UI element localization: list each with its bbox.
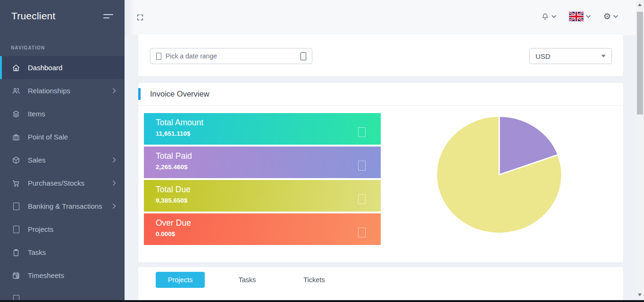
sidebar-item-timesheets[interactable]: Timesheets bbox=[0, 264, 125, 287]
chevron-right-icon bbox=[113, 157, 116, 163]
chevron-right-icon bbox=[113, 204, 116, 209]
clipboard-icon bbox=[11, 248, 21, 257]
sidebar-item-label: Sales bbox=[28, 156, 46, 164]
main-content: ⚙ Pick a date range USD Invoice Overview… bbox=[125, 0, 636, 300]
sidebar-item-tasks[interactable]: Tasks bbox=[0, 241, 125, 264]
sidebar-item-banking-transactions[interactable]: Banking & Transactions bbox=[0, 195, 125, 218]
chevron-down-icon bbox=[613, 15, 618, 18]
calendar-placeholder-icon bbox=[156, 53, 161, 60]
stat-card-total-due: Total Due 9,385.650$ bbox=[144, 180, 381, 212]
briefcase-icon bbox=[11, 133, 21, 141]
sidebar-item-label: Purchases/Stocks bbox=[28, 179, 84, 187]
stat-card-label: Over Due bbox=[144, 213, 381, 228]
sidebar-item-label: Dashboard bbox=[28, 64, 62, 72]
scrollbar-thumb[interactable] bbox=[637, 12, 643, 114]
placeholder-box-icon bbox=[11, 295, 21, 301]
sidebar-item-items[interactable]: Items bbox=[0, 102, 125, 125]
stat-card-value: 0.000$ bbox=[144, 228, 381, 237]
placeholder-box-icon bbox=[11, 226, 21, 233]
bottom-edge bbox=[0, 300, 644, 302]
stat-card-total-paid: Total Paid 2,265.460$ bbox=[144, 147, 381, 178]
scroll-up-icon[interactable] bbox=[638, 3, 642, 6]
calendar-clock-icon bbox=[11, 271, 21, 280]
calendar-placeholder-icon bbox=[301, 52, 306, 60]
stat-card-value: 11,651.110$ bbox=[144, 128, 381, 137]
cart-icon bbox=[11, 179, 21, 188]
sidebar-item-label: Timesheets bbox=[28, 271, 64, 279]
placeholder-box-icon bbox=[358, 161, 366, 171]
placeholder-box-icon bbox=[358, 127, 366, 137]
chevron-down-icon bbox=[586, 15, 591, 18]
filters-panel: Pick a date range USD bbox=[138, 34, 623, 76]
placeholder-box-icon bbox=[11, 203, 21, 210]
home-icon bbox=[11, 64, 21, 72]
sidebar-item-label: Tasks bbox=[28, 248, 46, 256]
section-accent-bar bbox=[138, 88, 141, 100]
invoice-stat-cards: Total Amount 11,651.110$ Total Paid 2,26… bbox=[144, 113, 381, 245]
sidebar-item-relationships[interactable]: Relationships bbox=[0, 79, 125, 102]
stat-card-label: Total Paid bbox=[144, 147, 381, 161]
brand-logo: Trueclient bbox=[11, 10, 55, 22]
sidebar-item-label: Relationships bbox=[28, 87, 70, 95]
stat-card-total-amount: Total Amount 11,651.110$ bbox=[144, 113, 381, 145]
placeholder-box-icon bbox=[358, 228, 366, 237]
invoice-pie-chart bbox=[435, 114, 564, 235]
stat-card-value: 2,265.460$ bbox=[144, 161, 381, 171]
chevron-right-icon bbox=[113, 180, 116, 186]
date-range-input[interactable]: Pick a date range bbox=[150, 48, 312, 64]
sidebar-item-label: Banking & Transactions bbox=[28, 202, 102, 210]
cube-icon bbox=[11, 156, 21, 164]
tabs-panel: Projects Tasks Tickets bbox=[138, 267, 623, 300]
stat-card-label: Total Amount bbox=[144, 113, 381, 128]
notifications-bell-icon[interactable] bbox=[541, 12, 556, 21]
settings-gear-icon[interactable]: ⚙ bbox=[603, 12, 618, 21]
chevron-down-icon bbox=[552, 15, 556, 18]
scroll-down-icon[interactable] bbox=[638, 294, 642, 296]
stat-card-value: 9,385.650$ bbox=[144, 195, 381, 204]
sidebar-item-label: Projects bbox=[28, 225, 53, 233]
sidebar-item-sales[interactable]: Sales bbox=[0, 148, 125, 171]
sidebar-item-projects[interactable]: Projects bbox=[0, 218, 125, 241]
topbar: ⚙ bbox=[125, 0, 636, 35]
stat-card-label: Total Due bbox=[144, 180, 381, 195]
sidebar: Trueclient NAVIGATION Dashboard Relation… bbox=[0, 0, 125, 300]
navigation-section-label: NAVIGATION bbox=[11, 45, 125, 50]
sidebar-item-label: Point of Sale bbox=[28, 133, 68, 141]
section-title: Invoice Overview bbox=[150, 90, 209, 98]
tab-tasks[interactable]: Tasks bbox=[223, 272, 272, 288]
currency-select[interactable]: USD bbox=[529, 48, 612, 64]
date-range-placeholder: Pick a date range bbox=[166, 52, 217, 60]
currency-selected-value: USD bbox=[535, 52, 551, 60]
sidebar-item-point-of-sale[interactable]: Point of Sale bbox=[0, 125, 125, 148]
tab-tickets[interactable]: Tickets bbox=[290, 272, 339, 288]
language-flag-uk-icon[interactable] bbox=[569, 12, 591, 21]
sidebar-item-label: Items bbox=[28, 110, 45, 118]
stat-card-over-due: Over Due 0.000$ bbox=[144, 213, 381, 245]
sidebar-item-purchases-stocks[interactable]: Purchases/Stocks bbox=[0, 171, 125, 195]
layers-icon bbox=[11, 110, 21, 118]
sidebar-item-dashboard[interactable]: Dashboard bbox=[0, 56, 125, 79]
sidebar-collapse-icon[interactable] bbox=[103, 12, 113, 20]
tab-projects[interactable]: Projects bbox=[156, 272, 205, 288]
caret-down-icon bbox=[601, 55, 606, 57]
fullscreen-icon[interactable] bbox=[136, 14, 144, 21]
chevron-right-icon bbox=[113, 88, 116, 93]
placeholder-box-icon bbox=[358, 194, 366, 204]
invoice-overview-panel: Invoice Overview Total Amount 11,651.110… bbox=[138, 83, 623, 262]
people-icon bbox=[11, 87, 21, 95]
sidebar-item-partial[interactable] bbox=[0, 287, 125, 300]
vertical-scrollbar[interactable] bbox=[636, 0, 644, 300]
